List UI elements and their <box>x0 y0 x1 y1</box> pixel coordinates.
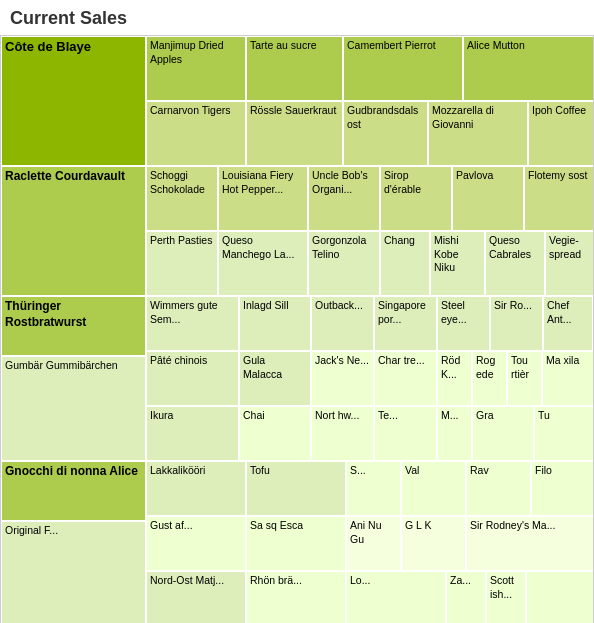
cell-lakkalik: Lakkalikööri <box>146 461 246 516</box>
cell-queso-manche: Queso Manchego La... <box>218 231 308 296</box>
cell-rod-k: Röd K... <box>437 351 472 406</box>
cell-perth: Perth Pasties <box>146 231 218 296</box>
cell-schoggi: Schoggi Schokolade <box>146 166 218 231</box>
cell-rhon-bra: Lo... <box>346 571 446 623</box>
cell-gnocchi: Gnocchi di nonna Alice <box>1 461 146 521</box>
cell-tou: Tou rtièr <box>507 351 542 406</box>
cell-chef-ant: Chef Ant... <box>543 296 593 351</box>
cell-chai: Chai <box>239 406 311 461</box>
cell-tu: Tu <box>534 406 594 461</box>
cell-val: Val <box>401 461 466 516</box>
cell-thuringer: Thüringer Rostbratwurst <box>1 296 146 356</box>
cell-maxila: Ma xila <box>542 351 594 406</box>
cell-sir-ro: Sir Ro... <box>490 296 543 351</box>
cell-queso-cabrales: Queso Cabrales <box>485 231 545 296</box>
cell-ani-nu-gu: G L K <box>401 516 466 571</box>
cell-gust-af: Sa sq Esca <box>246 516 346 571</box>
cell-jacks-ne: Jack's Ne... <box>311 351 374 406</box>
cell-char-tre: Char tre... <box>374 351 437 406</box>
cell-tofu: Tofu <box>246 461 346 516</box>
cell-steel-eye: Steel eye... <box>437 296 490 351</box>
cell-gra: Gra <box>472 406 534 461</box>
cell-flotemy: Flotemy sost <box>524 166 594 231</box>
cell-te: Te... <box>374 406 437 461</box>
cell-rogede: Rog ede <box>472 351 507 406</box>
cell-sir-rodney: Nord-Ost Matj... <box>146 571 246 623</box>
cell-lo: Za... <box>446 571 486 623</box>
cell-za: Scott ish... <box>486 571 526 623</box>
cell-alice: Alice Mutton <box>463 36 594 101</box>
cell-rav: Rav <box>466 461 531 516</box>
cell-outback: Outback... <box>311 296 374 351</box>
cell-pavlova: Pavlova <box>452 166 524 231</box>
cell-gula: Gula Malacca <box>239 351 311 406</box>
cell-ikura: Ikura <box>146 406 239 461</box>
cell-m: M... <box>437 406 472 461</box>
cell-louisiana: Louisiana Fiery Hot Pepper... <box>218 166 308 231</box>
cell-chang: Chang <box>380 231 430 296</box>
cell-cote-de-blaye: Côte de Blaye <box>1 36 146 166</box>
cell-vegie-spread: Vegie-spread <box>545 231 594 296</box>
cell-gumbr: Gumbär Gummibärchen <box>1 356 146 461</box>
cell-raclette: Raclette Courdavault <box>1 166 146 296</box>
cell-singapore: Singapore por... <box>374 296 437 351</box>
cell-uncle-bobs: Uncle Bob's Organi... <box>308 166 380 231</box>
cell-mishi-kobe: Mishi Kobe Niku <box>430 231 485 296</box>
cell-sirop: Sirop d'érable <box>380 166 452 231</box>
cell-sasqua: Ani Nu Gu <box>346 516 401 571</box>
cell-mozzarella: Mozzarella di Giovanni <box>428 101 528 166</box>
cell-carnarvon: Carnarvon Tigers <box>146 101 246 166</box>
cell-boston-crab: Original F... <box>1 521 146 623</box>
cell-tarte: Tarte au sucre <box>246 36 343 101</box>
cell-camembert: Camembert Pierrot <box>343 36 463 101</box>
cell-manjimup: Manjimup Dried Apples <box>146 36 246 101</box>
cell-ipoh: Ipoh Coffee <box>528 101 594 166</box>
cell-g-l-k: Sir Rodney's Ma... <box>466 516 594 571</box>
cell-s: S... <box>346 461 401 516</box>
cell-wimmers: Wimmers gute Sem... <box>146 296 239 351</box>
cell-nord-ost: Rhön brä... <box>246 571 346 623</box>
cell-gorgonzola: Gorgonzola Telino <box>308 231 380 296</box>
cell-gudbrands: Gudbrandsdalsost <box>343 101 428 166</box>
cell-original-f: Gust af... <box>146 516 246 571</box>
treemap: Côte de Blaye Manjimup Dried Apples Tart… <box>0 35 594 623</box>
page-title: Current Sales <box>0 0 594 35</box>
cell-inlagd: Inlagd Sill <box>239 296 311 351</box>
cell-north-hw: Nort hw... <box>311 406 374 461</box>
cell-filo: Filo <box>531 461 594 516</box>
cell-rossle: Rössle Sauerkraut <box>246 101 343 166</box>
cell-pate: Pâté chinois <box>146 351 239 406</box>
cell-scott-ish <box>526 571 594 623</box>
